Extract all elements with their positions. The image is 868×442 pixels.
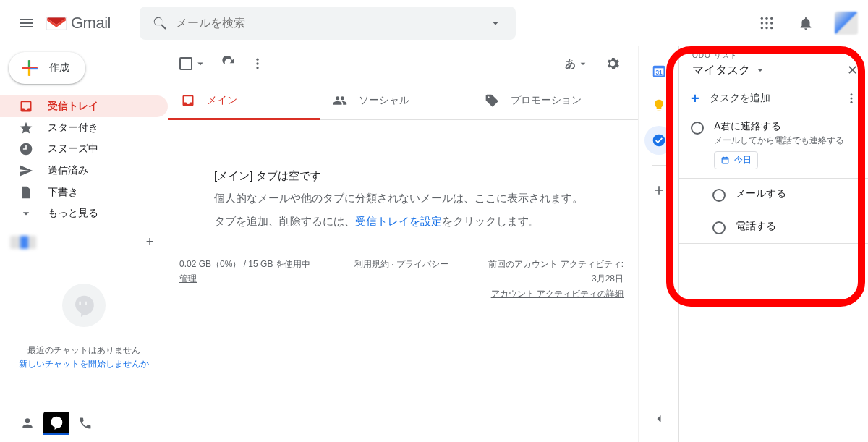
task-complete-toggle[interactable] <box>712 221 726 234</box>
tab-label: メイン <box>207 94 237 107</box>
search-bar[interactable] <box>140 7 516 40</box>
star-icon <box>19 121 33 135</box>
side-panel-bar: 31 <box>638 46 678 442</box>
caret-down-icon <box>194 57 207 70</box>
svg-point-3 <box>770 17 773 20</box>
gmail-text: Gmail <box>71 14 111 33</box>
sidebar-item-label: もっと見る <box>48 207 98 220</box>
svg-point-6 <box>770 22 773 24</box>
inbox-icon <box>19 99 33 114</box>
hangouts-phone-button[interactable] <box>72 412 98 435</box>
tab-social[interactable]: ソーシャル <box>320 81 472 119</box>
search-icon[interactable] <box>145 9 174 38</box>
task-item[interactable]: メールする <box>679 180 868 209</box>
task-title: 電話する <box>736 220 859 233</box>
svg-point-10 <box>256 59 258 61</box>
hangouts-avatar-icon <box>62 284 106 327</box>
search-input[interactable] <box>174 16 481 30</box>
empty-state: [メイン] タブは空です 個人的なメールや他のタブに分類されないメールは、ここに… <box>168 120 638 248</box>
svg-point-4 <box>761 22 763 24</box>
sidebar-item-sent[interactable]: 送信済み <box>0 160 168 182</box>
footer: 0.02 GB（0%） / 15 GB を使用中 管理 利用規約 · プライバシ… <box>168 248 638 310</box>
compose-button[interactable]: 作成 <box>9 52 85 84</box>
add-addon-button[interactable] <box>644 176 673 205</box>
file-icon <box>19 185 33 200</box>
caret-down-icon <box>754 64 766 76</box>
sidebar-item-drafts[interactable]: 下書き <box>0 182 168 203</box>
tasks-app-button[interactable] <box>644 126 673 155</box>
sidebar-item-label: 送信済み <box>48 164 88 177</box>
calendar-icon <box>720 156 730 165</box>
tasks-panel: ODO リスト マイタスク ✕ + タスクを追加 <box>678 46 868 442</box>
svg-point-8 <box>765 27 767 29</box>
task-title: A君に連絡する <box>714 120 859 133</box>
calendar-app-button[interactable]: 31 <box>644 56 673 85</box>
label-placeholder <box>10 236 36 249</box>
svg-point-2 <box>765 17 767 20</box>
keep-app-button[interactable] <box>644 91 673 120</box>
svg-point-9 <box>770 27 773 29</box>
task-title: メールする <box>736 187 859 200</box>
footer-legal: 利用規約 · プライバシー <box>333 257 470 301</box>
svg-point-11 <box>256 62 258 64</box>
task-complete-toggle[interactable] <box>691 122 704 135</box>
tab-promotions[interactable]: プロモーション <box>472 81 624 119</box>
apps-grid-icon[interactable] <box>752 9 781 38</box>
inbox-settings-link[interactable]: 受信トレイを設定 <box>355 216 442 227</box>
tasks-list-selector[interactable]: マイタスク <box>692 63 766 78</box>
tab-primary[interactable]: メイン <box>168 81 320 119</box>
tag-icon <box>485 93 499 108</box>
gmail-icon <box>46 15 67 31</box>
svg-rect-20 <box>722 158 728 163</box>
sidebar-item-label: 受信トレイ <box>48 100 98 113</box>
activity-details-link[interactable]: アカウント アクティビティの詳細 <box>491 289 624 299</box>
gmail-logo[interactable]: Gmail <box>46 14 111 33</box>
notifications-icon[interactable] <box>791 9 820 38</box>
terms-link[interactable]: 利用規約 <box>354 259 389 269</box>
add-label-button[interactable]: + <box>142 234 158 250</box>
task-item[interactable]: A君に連絡する メールしてから電話でも連絡する 今日 <box>679 113 868 177</box>
search-options-button[interactable] <box>481 16 510 30</box>
tasks-subtitle: ODO リスト <box>692 51 858 61</box>
manage-storage-link[interactable]: 管理 <box>179 273 197 284</box>
sidebar-item-inbox[interactable]: 受信トレイ <box>0 95 168 117</box>
sidebar-item-snoozed[interactable]: スヌーズ中 <box>0 139 168 161</box>
sidebar: 作成 受信トレイ スター付き スヌーズ中 送信済み 下書き <box>0 46 168 442</box>
inbox-icon <box>181 93 195 108</box>
task-date-chip[interactable]: 今日 <box>714 151 758 169</box>
account-avatar[interactable] <box>835 12 858 35</box>
svg-point-1 <box>761 17 763 20</box>
input-tool-button[interactable]: あ <box>565 57 589 71</box>
sidebar-item-more[interactable]: もっと見る <box>0 203 168 224</box>
tasks-menu-button[interactable] <box>845 92 858 105</box>
category-tabs: メイン ソーシャル プロモーション <box>168 81 638 120</box>
sidebar-item-label: スター付き <box>48 122 98 135</box>
clock-icon <box>19 142 33 156</box>
svg-point-12 <box>256 67 258 69</box>
task-item[interactable]: 電話する <box>679 213 868 242</box>
add-task-button[interactable]: + タスクを追加 <box>691 91 770 106</box>
hangouts-contacts-button[interactable] <box>14 412 41 435</box>
empty-title: [メイン] タブは空です <box>214 163 603 187</box>
sidebar-item-label: スヌーズ中 <box>48 143 98 156</box>
add-task-label: タスクを追加 <box>710 92 770 105</box>
more-button[interactable] <box>250 56 265 71</box>
sidebar-item-starred[interactable]: スター付き <box>0 117 168 139</box>
toolbar: あ <box>168 46 638 81</box>
hangouts-chats-button[interactable] <box>43 412 69 435</box>
main-menu-button[interactable] <box>9 6 43 41</box>
side-panel-toggle[interactable] <box>644 404 673 433</box>
svg-point-17 <box>851 93 853 95</box>
tasks-close-button[interactable]: ✕ <box>847 62 858 78</box>
tab-label: ソーシャル <box>359 94 409 107</box>
privacy-link[interactable]: プライバシー <box>396 259 448 269</box>
task-complete-toggle[interactable] <box>712 189 726 202</box>
select-all-checkbox[interactable] <box>179 57 207 70</box>
hangouts-start-link[interactable]: 新しいチャットを開始しませんか <box>19 358 149 370</box>
header: Gmail <box>0 0 868 46</box>
send-icon <box>19 163 33 178</box>
refresh-button[interactable] <box>221 56 236 71</box>
empty-line1: 個人的なメールや他のタブに分類されないメールは、ここに表示されます。 <box>214 187 603 211</box>
svg-text:31: 31 <box>655 69 663 76</box>
settings-button[interactable] <box>605 56 621 72</box>
